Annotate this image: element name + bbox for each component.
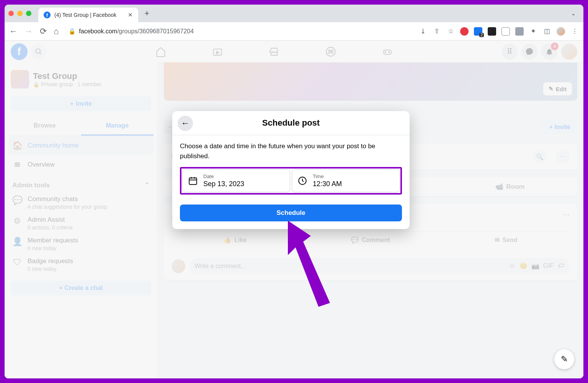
reload-button[interactable]: ⟳ <box>40 27 47 36</box>
time-value: 12:30 AM <box>313 180 342 188</box>
favicon-icon: f <box>44 11 51 18</box>
schedule-button[interactable]: Schedule <box>180 205 402 221</box>
browser-tab-bar: f (4) Test Group | Facebook ✕ + ⌄ <box>5 5 583 22</box>
url-field[interactable]: 🔒 facebook.com/groups/3609687015967204 <box>65 28 413 35</box>
url-host: facebook.com <box>79 28 117 34</box>
forward-button[interactable]: → <box>24 27 33 36</box>
compose-fab[interactable]: ✎ <box>554 349 574 369</box>
browser-tab[interactable]: f (4) Test Group | Facebook ✕ <box>38 8 138 22</box>
extension-icon[interactable]: 2 <box>474 27 482 36</box>
back-button[interactable]: ← <box>178 116 193 131</box>
modal-title: Schedule post <box>172 118 410 128</box>
minimize-window[interactable] <box>17 11 23 16</box>
install-icon[interactable]: ⤓ <box>419 27 427 36</box>
date-label: Date <box>203 173 244 179</box>
extensions-icon[interactable]: ✦ <box>529 27 537 36</box>
extension-icon[interactable] <box>488 27 496 36</box>
tab-title: (4) Test Group | Facebook <box>54 12 116 18</box>
lock-icon: 🔒 <box>69 28 76 35</box>
svg-rect-9 <box>189 178 197 184</box>
address-bar: ← → ⟳ ⌂ 🔒 facebook.com/groups/3609687015… <box>5 22 583 41</box>
share-icon[interactable]: ⇧ <box>433 27 441 36</box>
menu-icon[interactable]: ⋮ <box>570 27 579 36</box>
clock-icon <box>297 176 307 186</box>
ext-badge: 2 <box>479 33 484 37</box>
schedule-post-modal: ← Schedule post Choose a date and time i… <box>172 111 410 229</box>
extension-icon[interactable] <box>501 27 510 36</box>
calendar-icon <box>188 176 198 186</box>
time-field[interactable]: Time12:30 AM <box>292 169 400 192</box>
profile-avatar[interactable] <box>557 27 565 36</box>
side-panel-icon[interactable]: ◫ <box>543 27 551 36</box>
date-field[interactable]: DateSep 13, 2023 <box>182 169 290 192</box>
window-controls <box>8 11 31 16</box>
close-tab-icon[interactable]: ✕ <box>128 11 133 18</box>
time-label: Time <box>313 173 342 179</box>
date-value: Sep 13, 2023 <box>203 180 244 188</box>
back-button[interactable]: ← <box>9 27 18 36</box>
new-tab-button[interactable]: + <box>144 8 149 18</box>
modal-description: Choose a date and time in the future whe… <box>180 141 402 161</box>
extension-icon[interactable] <box>515 27 524 36</box>
extension-icon[interactable] <box>460 27 469 36</box>
maximize-window[interactable] <box>26 11 31 16</box>
close-window[interactable] <box>8 11 14 16</box>
tabs-overflow-icon[interactable]: ⌄ <box>571 10 576 16</box>
home-button[interactable]: ⌂ <box>54 27 59 36</box>
datetime-highlighted-row: DateSep 13, 2023 Time12:30 AM <box>180 167 402 195</box>
bookmark-icon[interactable]: ☆ <box>446 27 455 36</box>
url-path: /groups/3609687015967204 <box>117 28 194 34</box>
